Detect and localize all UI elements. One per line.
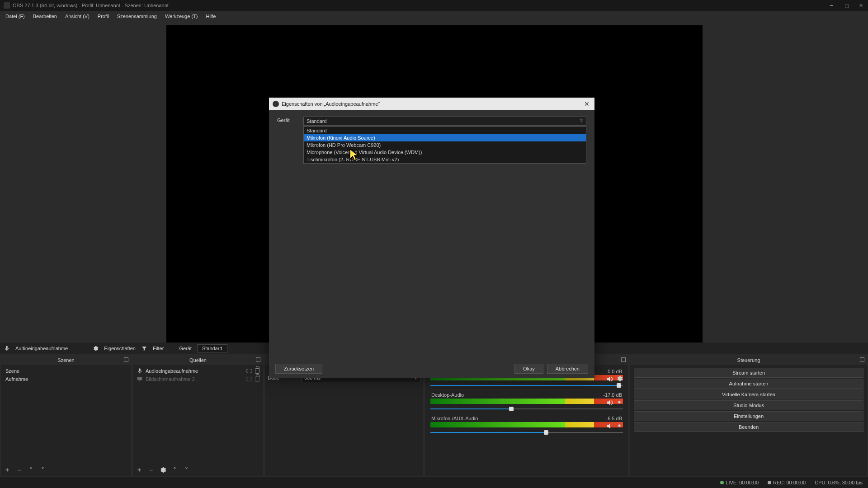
channel-name: Desktop-Audio (431, 392, 464, 398)
rec-indicator-icon (768, 481, 771, 484)
device-option[interactable]: Tischmikrofon (2- RODE NT-USB Mini v2) (304, 156, 586, 163)
channel-db: -17.0 dB (603, 392, 622, 398)
settings-button[interactable]: Einstellungen (634, 411, 863, 421)
move-down-button[interactable]: ˅ (183, 466, 190, 474)
mute-button[interactable] (606, 375, 613, 382)
lock-icon[interactable] (255, 368, 259, 374)
window-title: OBS 27.1.3 (64-bit, windows) - Profil: U… (13, 3, 169, 8)
window-titlebar: OBS 27.1.3 (64-bit, windows) - Profil: U… (0, 0, 868, 11)
level-meter (430, 422, 623, 427)
channel-settings-button[interactable] (616, 422, 623, 429)
scenes-panel: Szenen Szene Aufnahme ＋ − ˄ ˅ (1, 355, 131, 476)
mixer-channel: Mikrofon-/AUX-Audio -6.5 dB (430, 416, 623, 435)
menu-bar: Datei (F) Bearbeiten Ansicht (V) Profil … (0, 11, 868, 22)
properties-dialog: Eigenschaften von „Audioeingabeaufnahme“… (269, 98, 594, 378)
remove-source-button[interactable]: − (147, 466, 155, 474)
device-label: Gerät (179, 346, 192, 351)
rec-status: REC: 00:00:00 (773, 480, 806, 485)
device-option[interactable]: Standard (304, 127, 586, 134)
dialog-close-button[interactable]: ✕ (583, 100, 591, 108)
close-icon[interactable]: ✕ (859, 3, 864, 8)
dialog-titlebar[interactable]: Eigenschaften von „Audioeingabeaufnahme“… (269, 98, 594, 110)
exit-button[interactable]: Beenden (634, 422, 863, 432)
mute-button[interactable] (606, 422, 613, 429)
scene-item[interactable]: Aufnahme (4, 375, 128, 383)
channel-settings-button[interactable] (616, 375, 623, 382)
filter-button[interactable]: Filter (153, 346, 164, 351)
maximize-icon[interactable]: ▢ (844, 3, 850, 8)
mixer-channel: Desktop-Audio -17.0 dB (430, 392, 623, 411)
start-stream-button[interactable]: Stream starten (634, 368, 863, 378)
mute-button[interactable] (606, 399, 613, 406)
controls-panel: Steuerung Stream starten Aufnahme starte… (630, 355, 867, 476)
start-virtual-cam-button[interactable]: Virtuelle Kamera starten (634, 389, 863, 399)
move-up-button[interactable]: ˄ (171, 466, 178, 474)
sources-panel: Quellen Audioeingabeaufnahme Bildschirma… (133, 355, 263, 476)
remove-scene-button[interactable]: − (15, 466, 23, 474)
device-field-label: Gerät (277, 117, 297, 126)
channel-db: -6.5 dB (606, 416, 622, 421)
move-down-button[interactable]: ˅ (39, 466, 46, 474)
add-scene-button[interactable]: ＋ (4, 466, 11, 474)
menu-view[interactable]: Ansicht (V) (61, 12, 93, 20)
minimize-icon[interactable]: ━ (830, 3, 835, 8)
live-indicator-icon (720, 481, 724, 484)
cpu-status: CPU: 0.6%, 30.00 fps (815, 480, 863, 485)
device-value[interactable]: Standard (197, 344, 227, 352)
source-settings-button[interactable] (159, 466, 166, 474)
live-status: LIVE: 00:00:00 (726, 480, 759, 485)
microphone-icon (4, 345, 10, 352)
menu-profile[interactable]: Profil (94, 12, 113, 20)
filter-icon[interactable] (141, 345, 147, 352)
menu-file[interactable]: Datei (F) (2, 12, 28, 20)
visibility-toggle-icon[interactable] (246, 377, 252, 381)
source-toolbar-name: Audioeingabeaufnahme (15, 346, 68, 351)
popout-icon[interactable] (124, 357, 128, 362)
dialog-icon (273, 101, 279, 107)
properties-button[interactable]: Eigenschaften (104, 346, 136, 351)
source-row[interactable]: Audioeingabeaufnahme (136, 367, 260, 375)
source-name: Bildschirmaufnahme 2 (146, 376, 195, 382)
cancel-button[interactable]: Abbrechen (547, 364, 588, 374)
popout-icon[interactable] (860, 357, 864, 362)
visibility-toggle-icon[interactable] (246, 369, 252, 373)
device-option[interactable]: Mikrofon (HD Pro Webcam C920) (304, 141, 586, 149)
source-row[interactable]: Bildschirmaufnahme 2 (136, 375, 260, 383)
sources-title: Quellen (189, 357, 207, 363)
channel-db: 0.0 dB (608, 369, 622, 374)
gear-icon[interactable] (92, 345, 99, 352)
controls-title: Steuerung (737, 357, 760, 363)
studio-mode-button[interactable]: Studio-Modus (634, 400, 863, 410)
menu-scene-collection[interactable]: Szenensammlung (113, 12, 160, 20)
volume-slider[interactable] (430, 430, 623, 435)
add-source-button[interactable]: ＋ (136, 466, 143, 474)
status-bar: LIVE: 00:00:00 REC: 00:00:00 CPU: 0.6%, … (0, 477, 868, 488)
device-option[interactable]: Mikrofon (Kinoni Audio Source) (304, 134, 586, 141)
device-option[interactable]: Microphone (Voicemod Virtual Audio Devic… (304, 149, 586, 156)
scene-item[interactable]: Szene (4, 367, 128, 375)
menu-edit[interactable]: Bearbeiten (29, 12, 61, 20)
level-meter (430, 399, 623, 404)
popout-icon[interactable] (256, 357, 260, 362)
popout-icon[interactable] (621, 357, 626, 362)
app-logo-icon (4, 2, 10, 9)
reset-button[interactable]: Zurücksetzen (275, 364, 322, 374)
volume-slider[interactable] (430, 407, 623, 411)
volume-slider[interactable] (430, 383, 623, 388)
device-dropdown-list: Standard Mikrofon (Kinoni Audio Source) … (303, 127, 586, 164)
display-capture-icon (137, 376, 143, 382)
scenes-title: Szenen (57, 357, 74, 363)
menu-help[interactable]: Hilfe (202, 12, 219, 20)
microphone-icon (137, 368, 143, 374)
ok-button[interactable]: Okay (514, 364, 543, 374)
dialog-title: Eigenschaften von „Audioeingabeaufnahme“ (282, 101, 380, 107)
device-combobox[interactable]: Standard (303, 117, 586, 126)
menu-tools[interactable]: Werkzeuge (T) (161, 12, 202, 20)
lock-icon[interactable] (255, 376, 259, 382)
channel-settings-button[interactable] (616, 399, 623, 406)
source-name: Audioeingabeaufnahme (146, 368, 198, 374)
channel-name: Mikrofon-/AUX-Audio (431, 416, 478, 421)
start-recording-button[interactable]: Aufnahme starten (634, 379, 863, 389)
move-up-button[interactable]: ˄ (27, 466, 34, 474)
